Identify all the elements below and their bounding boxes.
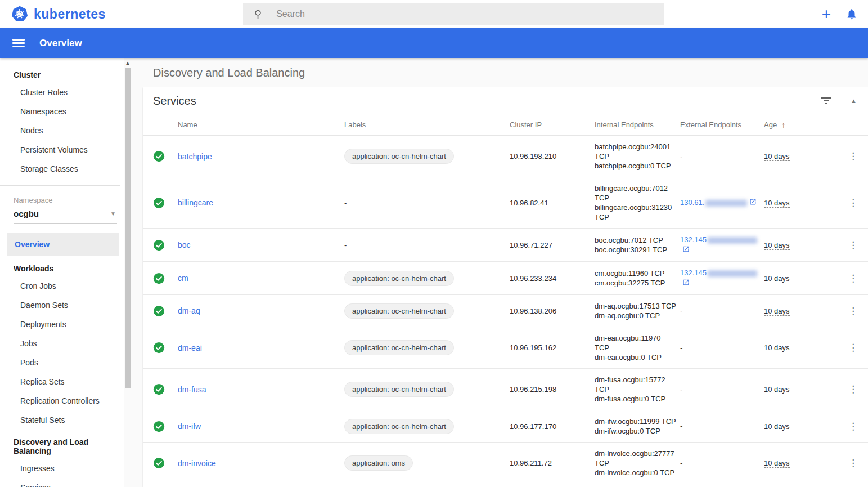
table-row: dm-aqapplication: oc-cn-helm-chart10.96.…	[143, 295, 868, 327]
external-endpoints: -	[677, 306, 761, 316]
cluster-items: Cluster RolesNamespacesNodesPersistent V…	[0, 83, 124, 178]
cluster-ip-value: 10.96.198.210	[506, 152, 590, 160]
service-name-link[interactable]: dm-aq	[174, 306, 200, 315]
endpoint-line: dm-fusa.ocgbu:0 TCP	[595, 394, 677, 404]
row-actions-menu-icon[interactable]: ⋮	[845, 305, 861, 317]
filter-icon[interactable]	[821, 97, 831, 105]
sidebar-item-nodes[interactable]: Nodes	[0, 121, 124, 140]
sidebar-item-namespaces[interactable]: Namespaces	[0, 102, 124, 121]
service-name-link[interactable]: batchpipe	[174, 152, 212, 161]
endpoint-line: batchpipe.ocgbu:0 TCP	[595, 161, 677, 171]
page-title: Discovery and Load Balancing	[143, 58, 868, 87]
brand-title: kubernetes	[34, 7, 106, 22]
sidebar-item-daemon-sets[interactable]: Daemon Sets	[0, 296, 124, 315]
cluster-ip-value: 10.96.82.41	[506, 199, 590, 207]
service-name-link[interactable]: boc	[174, 240, 191, 249]
label-chip: application: oc-cn-helm-chart	[344, 340, 454, 355]
external-empty: -	[680, 343, 682, 352]
collapse-card-icon[interactable]: ▲	[848, 95, 859, 106]
scrollbar-thumb[interactable]	[125, 68, 131, 388]
table-row: dm-eaiapplication: oc-cn-helm-chart10.96…	[143, 327, 868, 369]
service-name-link[interactable]: dm-invoice	[174, 459, 216, 468]
row-actions-menu-icon[interactable]: ⋮	[845, 239, 861, 251]
sidebar-item-stateful-sets[interactable]: Stateful Sets	[0, 410, 124, 430]
row-actions-menu-icon[interactable]: ⋮	[845, 457, 861, 469]
external-endpoints: 130.61.	[677, 198, 761, 208]
external-link-icon[interactable]	[682, 279, 690, 286]
column-header-age[interactable]: Age ↑	[761, 120, 812, 129]
create-resource-button[interactable]: +	[822, 6, 831, 22]
age-value: 10 days	[764, 241, 790, 250]
table-header-row: Name Labels Cluster IP Internal Endpoint…	[143, 114, 868, 136]
sidebar-item-replication-controllers[interactable]: Replication Controllers	[0, 391, 124, 410]
service-name-link[interactable]: billingcare	[174, 198, 213, 207]
table-row: dm-invoiceapplication: oms10.96.211.72dm…	[143, 443, 868, 484]
labels-empty: -	[344, 199, 347, 207]
age-value: 10 days	[764, 199, 790, 208]
sidebar-section-discovery: Discovery and Load Balancing	[0, 430, 124, 459]
search-bar[interactable]: ⚲	[243, 3, 664, 25]
table-row: billingcare-10.96.82.41billingcare.ocgbu…	[143, 177, 868, 229]
service-name-link[interactable]: cm	[174, 274, 188, 283]
status-ok-icon	[153, 421, 165, 432]
service-name-link[interactable]: dm-ifw	[174, 422, 201, 431]
label-chip: application: oc-cn-helm-chart	[344, 149, 454, 164]
sidebar-nav: Cluster Cluster RolesNamespacesNodesPers…	[0, 58, 124, 487]
external-link-icon[interactable]	[682, 245, 690, 253]
search-input[interactable]	[276, 9, 614, 19]
sidebar-item-cluster-roles[interactable]: Cluster Roles	[0, 83, 124, 102]
workloads-items: Cron JobsDaemon SetsDeploymentsJobsPodsR…	[0, 276, 124, 430]
menu-hamburger-icon[interactable]	[12, 39, 25, 47]
row-actions-menu-icon[interactable]: ⋮	[845, 383, 861, 395]
sidebar-item-overview[interactable]: Overview	[7, 233, 119, 256]
row-actions-menu-icon[interactable]: ⋮	[845, 342, 861, 354]
sidebar-item-deployments[interactable]: Deployments	[0, 315, 124, 334]
redacted-blur	[708, 237, 757, 244]
external-endpoint-link[interactable]: 130.61.	[680, 198, 757, 207]
row-actions-menu-icon[interactable]: ⋮	[845, 272, 861, 284]
sort-up-arrow-icon: ↑	[781, 120, 785, 129]
age-value: 10 days	[764, 385, 790, 394]
notifications-bell-icon[interactable]	[845, 8, 858, 20]
sidebar-item-persistent-volumes[interactable]: Persistent Volumes	[0, 140, 124, 159]
sidebar-scrollbar[interactable]: ▲	[124, 58, 132, 487]
kubernetes-brand[interactable]: kubernetes	[0, 6, 106, 23]
service-name-link[interactable]: dm-fusa	[174, 385, 206, 394]
external-endpoints: 132.145	[677, 268, 761, 288]
endpoint-line: boc.ocgbu:7012 TCP	[595, 235, 677, 245]
row-actions-menu-icon[interactable]: ⋮	[845, 421, 861, 432]
external-link-icon[interactable]	[749, 198, 757, 205]
column-header-labels: Labels	[341, 120, 506, 129]
services-card: Services ▲ Name Labels Cluster IP Intern…	[143, 87, 868, 487]
service-name-link[interactable]: dm-eai	[174, 343, 202, 352]
namespace-value: ocgbu	[14, 209, 39, 218]
external-endpoints: -	[677, 458, 761, 468]
row-actions-menu-icon[interactable]: ⋮	[845, 150, 861, 162]
internal-endpoints: dm-fusa.ocgbu:15772 TCPdm-fusa.ocgbu:0 T…	[590, 375, 677, 404]
external-endpoints: -	[677, 151, 761, 162]
internal-endpoints: batchpipe.ocgbu:24001 TCPbatchpipe.ocgbu…	[590, 142, 677, 171]
external-empty: -	[680, 459, 682, 467]
sidebar-item-ingresses[interactable]: Ingresses	[0, 459, 124, 478]
sidebar-item-storage-classes[interactable]: Storage Classes	[0, 159, 124, 178]
cluster-ip-value: 10.96.177.170	[506, 422, 590, 431]
sidebar-item-jobs[interactable]: Jobs	[0, 334, 124, 353]
table-row: dm-ifwapplication: oc-cn-helm-chart10.96…	[143, 410, 868, 443]
external-endpoint-link[interactable]: 132.145	[680, 235, 757, 254]
sidebar-item-replica-sets[interactable]: Replica Sets	[0, 372, 124, 391]
external-endpoint-link[interactable]: 132.145	[680, 269, 757, 287]
row-actions-menu-icon[interactable]: ⋮	[845, 197, 861, 209]
scroll-up-icon[interactable]: ▲	[124, 59, 132, 67]
external-empty: -	[680, 306, 682, 315]
endpoint-line: dm-invoice.ocgbu:27777 TCP	[595, 449, 677, 468]
sidebar-item-services[interactable]: Services	[0, 478, 124, 487]
endpoint-line: dm-aq.ocgbu:17513 TCP	[595, 301, 677, 311]
services-table-body: batchpipeapplication: oc-cn-helm-chart10…	[143, 136, 868, 484]
namespace-select[interactable]: ocgbu ▼	[14, 209, 117, 224]
external-endpoints: -	[677, 385, 761, 395]
age-value: 10 days	[764, 274, 790, 283]
sidebar-item-cron-jobs[interactable]: Cron Jobs	[0, 276, 124, 296]
endpoint-line: cm.ocgbu:32275 TCP	[595, 278, 677, 288]
endpoint-line: boc.ocgbu:30291 TCP	[595, 245, 677, 254]
sidebar-item-pods[interactable]: Pods	[0, 353, 124, 372]
